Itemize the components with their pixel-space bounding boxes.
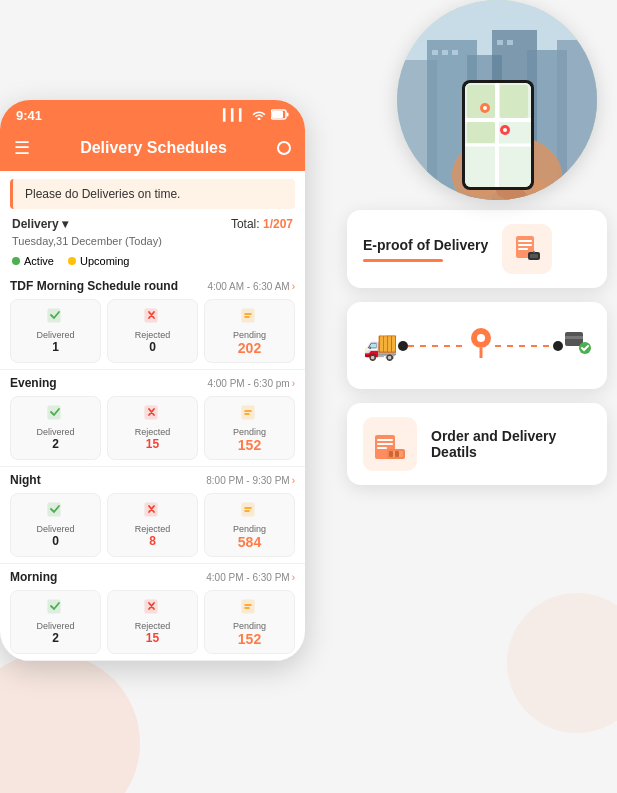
upcoming-dot <box>68 257 76 265</box>
pending-icon-3 <box>209 597 290 619</box>
phone-mockup: 9:41 ▎▎▎ ☰ Delivery Schedules Please do <box>0 100 305 661</box>
schedule-section-1[interactable]: Evening 4:00 PM - 6:30 pm › Delivered 2 <box>0 370 305 467</box>
delivered-value-3: 2 <box>15 631 96 645</box>
schedule-section-2[interactable]: Night 8:00 PM - 9:30 PM › Delivered 0 <box>0 467 305 564</box>
delivery-filter[interactable]: Delivery ▾ <box>12 217 68 231</box>
delivered-box-3: Delivered 2 <box>10 590 101 654</box>
total-value: 1/207 <box>263 217 293 231</box>
eproof-divider <box>363 259 443 262</box>
rejected-icon-1 <box>112 403 193 425</box>
app-header: ☰ Delivery Schedules <box>0 129 305 171</box>
pending-icon-1 <box>209 403 290 425</box>
svg-rect-51 <box>530 254 538 258</box>
delivered-label-0: Delivered <box>15 330 96 340</box>
svg-point-27 <box>483 106 487 110</box>
pending-box-3: Pending 152 <box>204 590 295 654</box>
schedule-header-3: Morning 4:00 PM - 6:30 PM › <box>10 570 295 584</box>
svg-rect-6 <box>557 40 597 200</box>
pending-value-3: 152 <box>209 631 290 647</box>
svg-rect-8 <box>442 50 448 55</box>
svg-rect-11 <box>507 40 513 45</box>
bg-decoration-left <box>0 653 140 793</box>
svg-rect-60 <box>377 443 393 445</box>
schedule-arrow-0: › <box>292 281 295 292</box>
rejected-label-2: Rejected <box>112 524 193 534</box>
rejected-label-3: Rejected <box>112 621 193 631</box>
schedule-header-2: Night 8:00 PM - 9:30 PM › <box>10 473 295 487</box>
svg-rect-22 <box>467 85 495 118</box>
schedule-time-2: 8:00 PM - 9:30 PM › <box>206 475 295 486</box>
rejected-value-0: 0 <box>112 340 193 354</box>
schedule-name-1: Evening <box>10 376 57 390</box>
sub-header: Delivery ▾ Total: 1/207 <box>0 209 305 235</box>
svg-rect-42 <box>242 503 254 516</box>
delivered-box-2: Delivered 0 <box>10 493 101 557</box>
rejected-icon-2 <box>112 500 193 522</box>
status-legend: Active Upcoming <box>0 251 305 273</box>
schedule-name-3: Morning <box>10 570 57 584</box>
upcoming-legend: Upcoming <box>68 255 130 267</box>
order-card[interactable]: Order and Delivery Deatils <box>347 403 607 485</box>
battery-icon <box>271 109 289 122</box>
delivered-value-0: 1 <box>15 340 96 354</box>
pending-label-2: Pending <box>209 524 290 534</box>
track-dot-1 <box>398 341 408 351</box>
pending-box-0: Pending 202 <box>204 299 295 363</box>
schedule-name-0: TDF Morning Schedule round <box>10 279 178 293</box>
rejected-box-3: Rejected 15 <box>107 590 198 654</box>
delivery-label-text: Delivery <box>12 217 59 231</box>
active-dot <box>12 257 20 265</box>
payment-icon <box>563 328 591 363</box>
tracking-card[interactable]: 🚚 <box>347 302 607 389</box>
track-line-2 <box>495 345 554 347</box>
schedule-time-1: 4:00 PM - 6:30 pm › <box>207 378 295 389</box>
schedule-section-0[interactable]: TDF Morning Schedule round 4:00 AM - 6:3… <box>0 273 305 370</box>
svg-rect-24 <box>467 122 495 143</box>
delivered-label-1: Delivered <box>15 427 96 437</box>
pending-box-1: Pending 152 <box>204 396 295 460</box>
pending-icon-0 <box>209 306 290 328</box>
svg-rect-32 <box>272 111 283 118</box>
schedule-arrow-1: › <box>292 378 295 389</box>
schedule-section-3[interactable]: Morning 4:00 PM - 6:30 PM › Delivered 2 <box>0 564 305 661</box>
rejected-box-0: Rejected 0 <box>107 299 198 363</box>
schedule-header-1: Evening 4:00 PM - 6:30 pm › <box>10 376 295 390</box>
pending-value-1: 152 <box>209 437 290 453</box>
schedule-time-0: 4:00 AM - 6:30 AM › <box>207 281 295 292</box>
location-pin-icon <box>467 326 495 365</box>
pending-icon-2 <box>209 500 290 522</box>
svg-rect-7 <box>432 50 438 55</box>
eproof-card[interactable]: E-proof of Delivery <box>347 210 607 288</box>
rejected-value-2: 8 <box>112 534 193 548</box>
right-cards-panel: E-proof of Delivery 🚚 <box>347 210 607 499</box>
rejected-box-2: Rejected 8 <box>107 493 198 557</box>
menu-icon[interactable]: ☰ <box>14 137 30 159</box>
truck-icon: 🚚 <box>363 329 398 362</box>
svg-rect-64 <box>389 451 393 457</box>
time-display: 9:41 <box>16 108 42 123</box>
pending-label-0: Pending <box>209 330 290 340</box>
svg-rect-61 <box>377 447 387 449</box>
tracking-row: 🚚 <box>363 318 591 373</box>
svg-rect-33 <box>287 113 289 117</box>
svg-rect-34 <box>48 309 60 322</box>
notification-dot[interactable] <box>277 141 291 155</box>
svg-rect-39 <box>242 406 254 419</box>
rejected-label-1: Rejected <box>112 427 193 437</box>
svg-rect-37 <box>48 406 60 419</box>
svg-rect-48 <box>518 244 532 246</box>
total-label: Total: <box>231 217 260 231</box>
wifi-icon <box>252 109 266 122</box>
rejected-icon-3 <box>112 597 193 619</box>
svg-rect-56 <box>565 336 583 339</box>
schedule-header-0: TDF Morning Schedule round 4:00 AM - 6:3… <box>10 279 295 293</box>
delivered-label-2: Delivered <box>15 524 96 534</box>
notice-banner: Please do Deliveries on time. <box>10 179 295 209</box>
map-circle-image <box>397 0 597 200</box>
delivered-box-0: Delivered 1 <box>10 299 101 363</box>
active-legend: Active <box>12 255 54 267</box>
rejected-icon-0 <box>112 306 193 328</box>
schedule-time-3: 4:00 PM - 6:30 PM › <box>206 572 295 583</box>
order-icon <box>363 417 417 471</box>
svg-rect-9 <box>452 50 458 55</box>
